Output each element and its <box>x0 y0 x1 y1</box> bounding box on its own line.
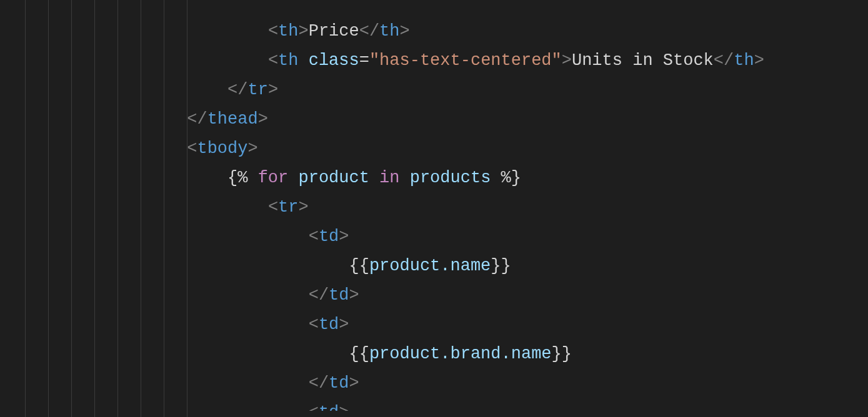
code-line[interactable]: <td> <box>25 222 868 252</box>
code-area[interactable]: <th>Brand</th> <th>Price</th> <th class=… <box>0 0 868 411</box>
code-line[interactable]: <th>Brand</th> <box>25 0 868 4</box>
code-line[interactable]: <td> <box>25 398 868 411</box>
code-line[interactable]: {{product.name}} <box>25 252 868 281</box>
code-line[interactable]: <th>Price</th> <box>25 17 868 46</box>
code-line[interactable]: {% for product in products %} <box>25 164 868 193</box>
code-line[interactable]: </td> <box>25 281 868 310</box>
code-line[interactable]: <tr> <box>25 193 868 222</box>
code-line[interactable]: </tr> <box>25 76 868 105</box>
code-line[interactable]: <td> <box>25 310 868 340</box>
code-line[interactable]: <tbody> <box>25 134 868 164</box>
code-line[interactable]: </td> <box>25 369 868 398</box>
code-line[interactable]: <th class="has-text-centered">Units in S… <box>25 46 868 76</box>
code-editor[interactable]: <th>Brand</th> <th>Price</th> <th class=… <box>0 0 868 417</box>
code-line[interactable]: </thead> <box>25 105 868 134</box>
code-line[interactable]: {{product.brand.name}} <box>25 340 868 369</box>
